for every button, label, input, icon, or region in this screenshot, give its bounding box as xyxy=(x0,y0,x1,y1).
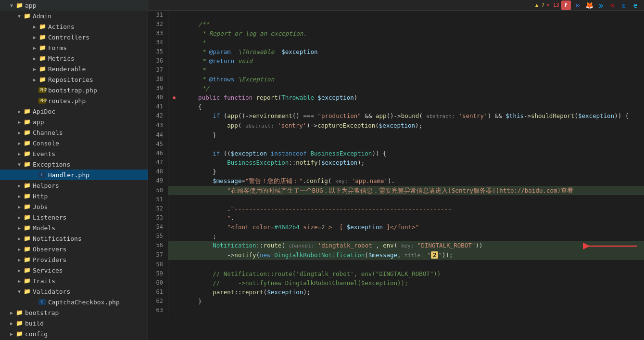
sidebar-item-label: Events xyxy=(33,150,55,157)
sidebar-item-app-root[interactable]: ▼ 📁 app xyxy=(0,0,148,11)
line-content: } xyxy=(180,167,644,176)
sidebar-item-label: bootstrap xyxy=(25,309,59,316)
sidebar-item-validators[interactable]: ▼ 📁 Validators xyxy=(0,286,148,297)
sidebar-item-controllers[interactable]: ▶ 📁 Controllers xyxy=(0,32,148,42)
ie-icon[interactable]: e xyxy=(631,0,640,10)
sidebar-item-handler-php[interactable]: C Handler.php xyxy=(0,170,148,180)
line-content: "<font color=#4682b4 size=2 > [ $excepti… xyxy=(180,222,644,232)
c-file-icon: C xyxy=(38,299,46,305)
line-gutter xyxy=(168,102,180,111)
line-number: 35 xyxy=(148,47,168,56)
line-content xyxy=(180,140,644,149)
folder-icon: 📁 xyxy=(38,55,46,62)
code-line: 40 ● public function report(Throwable $e… xyxy=(148,93,644,102)
sidebar-item-notifications[interactable]: ▶ 📁 Notifications xyxy=(0,233,148,244)
edge-icon[interactable]: ε xyxy=(619,0,629,10)
sidebar-item-label: Metrics xyxy=(48,55,75,62)
phpstorm-icon[interactable]: P xyxy=(561,0,571,10)
sidebar-item-label: Repositories xyxy=(48,76,93,83)
sidebar-item-config[interactable]: ▶ 📁 config xyxy=(0,328,148,339)
sidebar-item-forms[interactable]: ▶ 📁 Forms xyxy=(0,42,148,53)
folder-icon: 📁 xyxy=(23,256,31,263)
line-content: * @param \Throwable $exception xyxy=(180,47,644,56)
sidebar-item-app2[interactable]: ▶ 📁 app xyxy=(0,117,148,127)
line-number: 32 xyxy=(148,20,168,29)
sidebar-item-events[interactable]: ▶ 📁 Events xyxy=(0,148,148,159)
line-number: 47 xyxy=(148,158,168,167)
sidebar-item-label: Helpers xyxy=(33,182,59,189)
line-number: 59 xyxy=(148,269,168,278)
red-arrow-right xyxy=(581,242,639,250)
line-number: 51 xyxy=(148,195,168,204)
sidebar-item-metrics[interactable]: ▶ 📁 Metrics xyxy=(0,53,148,64)
safari-icon[interactable]: ◎ xyxy=(596,0,606,10)
sidebar-item-repositories[interactable]: ▶ 📁 Repositories xyxy=(0,74,148,85)
line-gutter xyxy=(168,121,180,131)
sidebar-item-renderable[interactable]: ▶ 📁 Renderable xyxy=(0,64,148,74)
line-number: 41 xyxy=(148,102,168,111)
line-number: 43 xyxy=(148,121,168,131)
sidebar-item-jobs[interactable]: ▶ 📁 Jobs xyxy=(0,201,148,212)
line-number: 31 xyxy=(148,11,168,20)
sidebar-item-apidoc[interactable]: ▶ 📁 ApiDoc xyxy=(0,106,148,117)
sidebar-item-actions[interactable]: ▶ 📁 Actions xyxy=(0,21,148,32)
code-line: 47 BusinessException::notify($exception)… xyxy=(148,158,644,167)
sidebar-item-routes-php[interactable]: PHP routes.php xyxy=(0,95,148,106)
line-content: * @throws \Exception xyxy=(180,75,644,84)
opera-icon[interactable]: ⊗ xyxy=(607,0,617,10)
line-number: 38 xyxy=(148,75,168,84)
line-content: /** xyxy=(180,20,644,29)
line-content xyxy=(180,260,644,269)
line-content: ; xyxy=(180,232,644,241)
code-line: 39 */ xyxy=(148,84,644,93)
line-content: "在顾客使用的时候产生了一个BUG，以下为异常信息，需要完整异常信息请进入[Se… xyxy=(180,186,644,195)
sidebar-item-console[interactable]: ▶ 📁 Console xyxy=(0,138,148,148)
c-file-icon: C xyxy=(38,172,46,178)
sidebar-item-helpers[interactable]: ▶ 📁 Helpers xyxy=(0,180,148,191)
line-content: parent::report($exception); xyxy=(180,288,644,297)
code-line: 36 * @return void xyxy=(148,56,644,65)
line-number: 58 xyxy=(148,260,168,269)
sidebar-item-models[interactable]: ▶ 📁 Models xyxy=(0,222,148,233)
sidebar-item-services[interactable]: ▶ 📁 Services xyxy=(0,265,148,275)
code-line: 56 Notification::route( channel: 'dingta… xyxy=(148,241,644,250)
sidebar-item-traits[interactable]: ▶ 📁 Traits xyxy=(0,275,148,286)
code-line: 51 xyxy=(148,195,644,204)
code-line: 43 app( abstract: 'sentry')->captureExce… xyxy=(148,121,644,131)
code-line: 57 ->notify(new DingtalkRobotNotificatio… xyxy=(148,250,644,260)
line-number: 36 xyxy=(148,56,168,65)
code-content[interactable]: 31 32 /** 33 * Report or log an exceptio… xyxy=(148,11,644,340)
folder-icon: 📁 xyxy=(23,150,31,157)
sidebar-item-label: Providers xyxy=(33,256,66,263)
code-line: 62 } xyxy=(148,297,644,306)
sidebar-item-bootstrap-php[interactable]: PHP bootstrap.php xyxy=(0,85,148,95)
line-content: } xyxy=(180,131,644,140)
sidebar-item-listeners[interactable]: ▶ 📁 Listeners xyxy=(0,212,148,222)
sidebar-item-exceptions[interactable]: ▼ 📁 Exceptions xyxy=(0,159,148,170)
file-tree[interactable]: ▼ 📁 app ▼ 📁 Admin ▶ 📁 Actions ▶ 📁 Contro… xyxy=(0,0,148,340)
chrome-icon[interactable]: ⊙ xyxy=(573,0,582,10)
line-number: 56 xyxy=(148,241,168,250)
code-line: 31 xyxy=(148,11,644,20)
sidebar-item-bootstrap2[interactable]: ▶ 📁 bootstrap xyxy=(0,307,148,318)
line-content: * @return void xyxy=(180,56,644,65)
sidebar-item-admin[interactable]: ▼ 📁 Admin xyxy=(0,11,148,21)
folder-icon: 📁 xyxy=(23,277,31,284)
sidebar-item-http[interactable]: ▶ 📁 Http xyxy=(0,191,148,201)
sidebar-item-captcha-php[interactable]: C CaptchaCheckbox.php xyxy=(0,297,148,307)
sidebar-item-observers[interactable]: ▶ 📁 Observers xyxy=(0,244,148,254)
line-number: 57 xyxy=(148,250,168,260)
sidebar-item-channels[interactable]: ▶ 📁 Channels xyxy=(0,127,148,138)
line-gutter xyxy=(168,269,180,278)
sidebar-item-label: Observers xyxy=(33,246,66,253)
line-number: 48 xyxy=(148,167,168,176)
sidebar-item-label: Validators xyxy=(33,288,70,295)
code-line: 45 xyxy=(148,140,644,149)
line-number: 52 xyxy=(148,204,168,213)
firefox-icon[interactable]: 🦊 xyxy=(584,0,594,10)
sidebar-item-build[interactable]: ▶ 📁 build xyxy=(0,318,148,328)
line-number: 62 xyxy=(148,297,168,306)
sidebar-item-providers[interactable]: ▶ 📁 Providers xyxy=(0,254,148,265)
line-gutter xyxy=(168,131,180,140)
line-gutter xyxy=(168,75,180,84)
